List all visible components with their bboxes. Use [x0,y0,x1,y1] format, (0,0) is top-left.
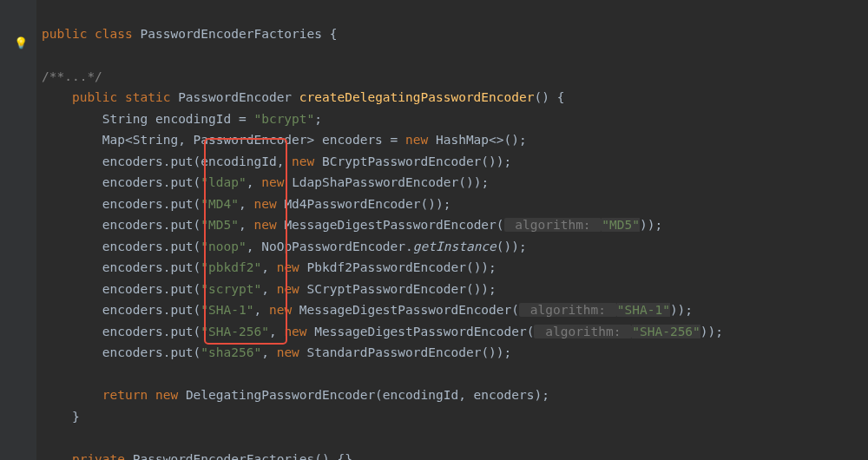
line-class-decl: public class PasswordEncoderFactories { [42,27,337,41]
param-hint-algorithm: algorithm: [504,218,602,232]
editor-gutter [0,0,36,460]
param-hint-algorithm: algorithm: [534,325,632,338]
intention-bulb-icon[interactable]: 💡 [14,33,26,45]
line-put-bcrypt: encoders.put(encodingId, new BCryptPassw… [42,154,511,168]
line-private-ctor: private PasswordEncoderFactories() {} [42,452,352,461]
line-method-sig: public static PasswordEncoder createDele… [42,90,564,104]
line-put-pbkdf2: encoders.put("pbkdf2", new Pbkdf2Passwor… [42,260,496,274]
line-put-scrypt: encoders.put("scrypt", new SCryptPasswor… [42,282,496,296]
line-put-md5: encoders.put("MD5", new MessageDigestPas… [42,218,662,232]
line-map-decl: Map<String, PasswordEncoder> encoders = … [42,133,527,147]
line-return: return new DelegatingPasswordEncoder(enc… [42,388,549,402]
line-encoding-id: String encodingId = "bcrypt"; [42,112,322,126]
code-editor[interactable]: public class PasswordEncoderFactories { … [42,2,723,460]
line-put-ldap: encoders.put("ldap", new LdapShaPassword… [42,175,489,189]
line-put-sha1: encoders.put("SHA-1", new MessageDigestP… [42,303,693,317]
line-comment: /**...*/ [42,69,102,83]
line-put-noop: encoders.put("noop", NoOpPasswordEncoder… [42,240,527,253]
line-put-sha256a: encoders.put("SHA-256", new MessageDiges… [42,325,723,338]
line-method-close: } [42,410,80,424]
line-put-sha256b: encoders.put("sha256", new StandardPassw… [42,345,511,359]
param-hint-algorithm: algorithm: [519,303,617,317]
line-put-md4: encoders.put("MD4", new Md4PasswordEncod… [42,197,450,211]
